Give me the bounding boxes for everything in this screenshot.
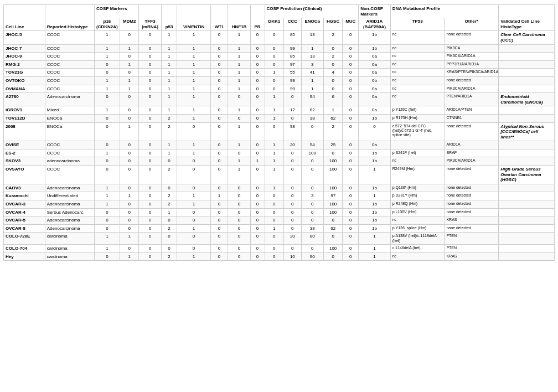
table-cell: carcinoma <box>45 245 94 253</box>
table-cell: 0 <box>343 216 359 225</box>
table-cell: 0 <box>250 85 265 93</box>
table-cell: 1 <box>177 69 210 77</box>
table-cell: 0 <box>301 122 323 141</box>
col-header-pr: PR <box>250 5 265 31</box>
table-cell: 1 <box>265 149 284 157</box>
table-cell: 1 <box>177 60 210 69</box>
col-header-cosp-pred: COSP Prediction (Clinical) <box>265 5 359 18</box>
table-cell: 0a <box>359 85 391 93</box>
table-cell: 0 <box>139 184 161 192</box>
table-cell: 0 <box>250 93 265 106</box>
table-cell: 2 <box>161 224 177 233</box>
table-cell: 0 <box>120 114 139 122</box>
table-cell: 0 <box>323 44 343 53</box>
table-cell: 0 <box>210 60 228 69</box>
table-cell: 0 <box>94 166 120 184</box>
table-cell: COLO-720E <box>4 233 45 245</box>
table-cell: 0 <box>323 76 343 85</box>
table-row: RMG-2CCOC010110100973000ancPPP2R1A/ARID1… <box>4 60 555 69</box>
table-cell: 1 <box>161 141 177 149</box>
table-cell: 0 <box>265 208 284 216</box>
table-cell: Atypical Non-Serous [CCC/ENOCa] cell lin… <box>499 122 555 141</box>
table-cell <box>499 53 555 61</box>
col-header-p53: p53 <box>161 5 177 31</box>
table-cell: 80 <box>301 233 323 245</box>
table-cell: 0 <box>265 252 284 261</box>
table-cell: High Grade Serous Ovarian Carcinoma (HGS… <box>499 166 555 184</box>
table-cell: 1 <box>120 233 139 245</box>
main-container: Cell Line Reported Histotype COSP Marker… <box>0 0 558 265</box>
table-cell: 1 <box>301 85 323 93</box>
table-row: ES-2CCOC1001100010100001bp.S241F (het)BR… <box>4 149 555 157</box>
table-cell: 0 <box>94 208 120 216</box>
table-cell: 0 <box>139 31 161 44</box>
table-cell: 2 <box>161 200 177 209</box>
table-cell: 1 <box>359 166 391 184</box>
col-header-arid1a: ARID1A (BAF250A) <box>359 18 391 31</box>
table-cell: 0 <box>284 114 302 122</box>
table-cell: 0 <box>139 200 161 209</box>
table-cell: 0 <box>177 245 210 253</box>
table-cell <box>499 233 555 245</box>
table-cell: 1 <box>94 233 120 245</box>
table-cell: 0 <box>250 216 265 225</box>
table-cell: 0 <box>139 245 161 253</box>
table-cell: 1 <box>359 192 391 200</box>
table-cell: 0 <box>343 245 359 253</box>
table-cell: 1 <box>228 31 250 44</box>
table-cell: CCOC <box>45 149 94 157</box>
col-header-dkk1: DKK1 <box>265 18 284 31</box>
table-cell: 0 <box>177 157 210 166</box>
table-cell: OVCAR-4 <box>4 208 45 216</box>
table-cell: c.1146delA (het) <box>390 245 445 253</box>
table-cell: 1 <box>210 192 228 200</box>
table-cell: 1b <box>359 216 391 225</box>
table-cell: 0 <box>228 208 250 216</box>
table-cell: 1 <box>228 44 250 53</box>
table-cell: 0 <box>120 149 139 157</box>
table-cell: Endometrioid Carcinoma (ENOCa) <box>499 93 555 106</box>
table-cell: 0 <box>177 166 210 184</box>
table-cell <box>499 149 555 157</box>
table-cell: 0 <box>250 122 265 141</box>
table-cell: 1 <box>94 53 120 61</box>
table-cell: 38 <box>301 224 323 233</box>
table-cell: 1b <box>359 114 391 122</box>
table-cell: 1b <box>359 200 391 209</box>
table-cell: 0 <box>284 184 302 192</box>
table-cell: 1 <box>177 114 210 122</box>
table-cell: 0 <box>120 53 139 61</box>
table-cell: 1 <box>177 252 210 261</box>
table-cell: 0 <box>265 76 284 85</box>
table-cell: 0 <box>250 224 265 233</box>
table-cell: 10 <box>284 252 302 261</box>
table-cell: 0 <box>120 106 139 115</box>
table-cell: PIK3CA/ARID1A <box>445 85 499 93</box>
table-cell: 0 <box>250 245 265 253</box>
table-cell: 1b <box>359 208 391 216</box>
table-row: COLO-704carcinoma1000000000010001c.1146d… <box>4 245 555 253</box>
table-cell: Adenocarcinoma <box>45 184 94 192</box>
col-header-noncosp: Non-COSP Markers <box>359 5 391 18</box>
table-cell: 1 <box>161 60 177 69</box>
table-cell: 38 <box>301 114 323 122</box>
table-cell: 0 <box>210 93 228 106</box>
table-cell: 0 <box>250 53 265 61</box>
table-cell <box>499 157 555 166</box>
table-cell: none detected <box>445 224 499 233</box>
table-cell: 99 <box>284 85 302 93</box>
table-cell: p.R248Q (Hm) <box>390 200 445 209</box>
table-cell: 100 <box>323 245 343 253</box>
table-cell: 82 <box>301 106 323 115</box>
table-row: OVCAR-5Adenocarcinoma00000000000001bncKR… <box>4 216 555 225</box>
table-cell: CCOC <box>45 53 94 61</box>
table-cell: 20 <box>284 141 302 149</box>
table-row: OVMANACCOC110110100991000ancPIK3CA/ARID1… <box>4 85 555 93</box>
table-cell: 85 <box>284 53 302 61</box>
table-cell: PIK3CA/ARID1A <box>445 157 499 166</box>
table-cell: 0 <box>120 224 139 233</box>
table-cell: 1 <box>161 44 177 53</box>
table-cell: 0 <box>94 224 120 233</box>
table-cell <box>499 85 555 93</box>
table-cell: 0 <box>94 114 120 122</box>
